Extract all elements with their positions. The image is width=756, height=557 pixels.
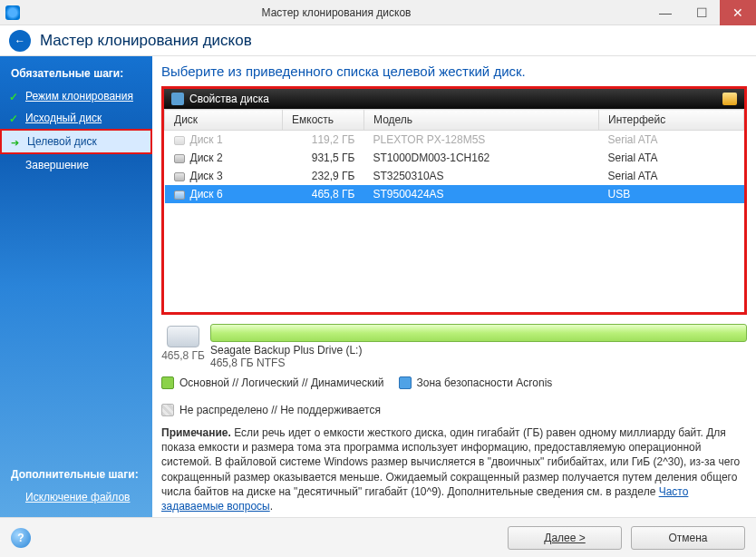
- col-disk[interactable]: Диск: [165, 110, 283, 131]
- minimize-button[interactable]: —: [647, 0, 683, 25]
- window-title: Мастер клонирования дисков: [25, 6, 647, 19]
- maximize-button[interactable]: ☐: [683, 0, 720, 25]
- app-icon: [5, 5, 20, 20]
- square-gray-icon: [161, 404, 174, 416]
- table-row[interactable]: Диск 3232,9 ГБST3250310ASSerial ATA: [165, 167, 744, 185]
- table-row[interactable]: Диск 6465,8 ГБST9500424ASUSB: [165, 185, 744, 203]
- hdd-icon: [167, 326, 199, 347]
- cancel-button[interactable]: Отмена: [631, 526, 745, 550]
- partition-detail: 465,8 ГБ NTFS: [210, 357, 747, 369]
- tool-icon[interactable]: [722, 93, 737, 105]
- steps-list: Режим клонирования Исходный диск Целевой…: [0, 85, 152, 176]
- footer: ? Далее > Отмена: [0, 517, 756, 557]
- drive-icon: [174, 154, 185, 163]
- titlebar: Мастер клонирования дисков — ☐ ✕: [0, 0, 756, 25]
- legend-secure: Зона безопасности Acronis: [399, 376, 553, 389]
- main-heading: Выберите из приведенного списка целевой …: [161, 64, 747, 79]
- note-text: Примечание. Если речь идет о емкости жес…: [161, 425, 747, 513]
- sidebar-heading-optional: Дополнительные шаги:: [0, 463, 152, 486]
- drive-icon: [174, 136, 185, 145]
- col-interface[interactable]: Интерфейс: [599, 110, 744, 131]
- step-label: Исходный диск: [25, 112, 102, 124]
- step-label: Целевой диск: [27, 135, 97, 148]
- legend-unallocated: Не распределено // Не поддерживается: [161, 404, 381, 416]
- drive-icon: [174, 172, 185, 181]
- square-blue-icon: [399, 376, 412, 389]
- page-title: Мастер клонирования дисков: [40, 32, 252, 50]
- check-icon: [9, 112, 20, 123]
- col-model[interactable]: Модель: [364, 110, 599, 131]
- arrow-left-icon: ←: [15, 34, 25, 47]
- panel-title: Свойства диска: [189, 93, 269, 105]
- legend: Основной // Логический // Динамический З…: [161, 376, 747, 416]
- page-header: ← Мастер клонирования дисков: [0, 25, 756, 56]
- arrow-right-icon: [11, 136, 22, 147]
- partition-name: Seagate Backup Plus Drive (L:): [210, 344, 747, 357]
- step-label: Завершение: [25, 159, 89, 171]
- help-button[interactable]: ?: [11, 528, 31, 548]
- table-row[interactable]: Диск 1119,2 ГБPLEXTOR PX-128M5SSerial AT…: [165, 131, 744, 150]
- square-green-icon: [161, 376, 174, 389]
- disk-icon: [171, 93, 184, 105]
- disk-total: 465,8 ГБ: [161, 349, 205, 362]
- main-panel: Выберите из приведенного списка целевой …: [152, 56, 756, 517]
- step-label: Исключение файлов: [25, 491, 130, 503]
- disk-properties-panel: Свойства диска Диск Емкость Модель Интер…: [161, 86, 747, 315]
- disk-table: Диск Емкость Модель Интерфейс Диск 1119,…: [164, 109, 744, 203]
- sidebar-heading-required: Обязательные шаги:: [0, 62, 152, 85]
- drive-icon: [174, 191, 185, 200]
- panel-header: Свойства диска: [164, 89, 744, 109]
- check-icon: [9, 91, 20, 102]
- step-label: Режим клонирования: [25, 90, 133, 103]
- back-button[interactable]: ←: [9, 30, 31, 52]
- sidebar: Обязательные шаги: Режим клонирования Ис…: [0, 56, 152, 517]
- step-finish[interactable]: Завершение: [0, 154, 152, 176]
- col-capacity[interactable]: Емкость: [283, 110, 364, 131]
- note-label: Примечание.: [161, 426, 231, 439]
- legend-primary: Основной // Логический // Динамический: [161, 376, 384, 389]
- step-target-disk[interactable]: Целевой диск: [0, 129, 152, 154]
- next-button[interactable]: Далее >: [508, 526, 622, 550]
- partition-view: 465,8 ГБ Seagate Backup Plus Drive (L:) …: [161, 324, 747, 369]
- table-row[interactable]: Диск 2931,5 ГБST1000DM003-1CH162Serial A…: [165, 149, 744, 167]
- partition-bar[interactable]: [210, 324, 747, 342]
- step-source-disk[interactable]: Исходный диск: [0, 107, 152, 129]
- close-button[interactable]: ✕: [720, 0, 756, 25]
- disk-summary: 465,8 ГБ: [161, 324, 205, 362]
- bullet-icon: [9, 160, 20, 171]
- step-clone-mode[interactable]: Режим клонирования: [0, 85, 152, 107]
- step-exclude-files[interactable]: Исключение файлов: [0, 486, 152, 508]
